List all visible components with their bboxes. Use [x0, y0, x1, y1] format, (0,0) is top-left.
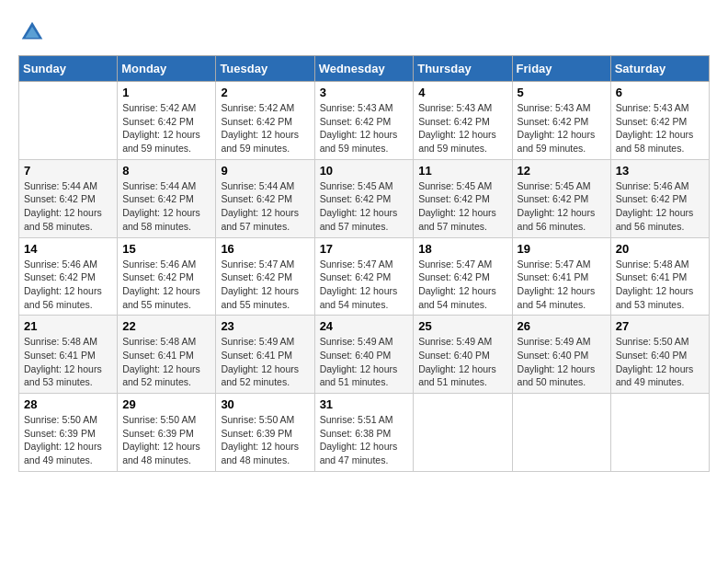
column-header-thursday: Thursday [414, 56, 512, 82]
day-info: Sunrise: 5:50 AMSunset: 6:39 PMDaylight:… [221, 413, 309, 467]
day-number: 12 [518, 164, 606, 178]
calendar-cell [512, 394, 610, 472]
day-number: 8 [122, 164, 210, 178]
calendar-cell: 21Sunrise: 5:48 AMSunset: 6:41 PMDayligh… [19, 316, 118, 394]
day-info: Sunrise: 5:43 AMSunset: 6:42 PMDaylight:… [320, 101, 409, 155]
day-info: Sunrise: 5:47 AMSunset: 6:41 PMDaylight:… [518, 258, 606, 312]
calendar-week-row: 1Sunrise: 5:42 AMSunset: 6:42 PMDaylight… [19, 82, 710, 160]
day-number: 27 [616, 319, 704, 333]
column-header-sunday: Sunday [19, 56, 118, 82]
calendar-cell: 19Sunrise: 5:47 AMSunset: 6:41 PMDayligh… [512, 237, 610, 316]
day-number: 28 [24, 397, 112, 411]
day-info: Sunrise: 5:43 AMSunset: 6:42 PMDaylight:… [518, 101, 606, 155]
day-number: 30 [221, 397, 309, 411]
calendar-cell: 16Sunrise: 5:47 AMSunset: 6:42 PMDayligh… [216, 237, 314, 316]
calendar-cell: 18Sunrise: 5:47 AMSunset: 6:42 PMDayligh… [414, 237, 512, 316]
day-info: Sunrise: 5:50 AMSunset: 6:39 PMDaylight:… [122, 413, 210, 467]
day-info: Sunrise: 5:49 AMSunset: 6:40 PMDaylight:… [320, 335, 409, 389]
day-info: Sunrise: 5:44 AMSunset: 6:42 PMDaylight:… [221, 179, 309, 234]
calendar-cell: 30Sunrise: 5:50 AMSunset: 6:39 PMDayligh… [216, 394, 314, 472]
calendar-week-row: 7Sunrise: 5:44 AMSunset: 6:42 PMDaylight… [19, 159, 710, 237]
day-info: Sunrise: 5:45 AMSunset: 6:42 PMDaylight:… [418, 179, 506, 234]
calendar-cell: 28Sunrise: 5:50 AMSunset: 6:39 PMDayligh… [19, 394, 118, 472]
day-info: Sunrise: 5:42 AMSunset: 6:42 PMDaylight:… [122, 101, 210, 155]
day-info: Sunrise: 5:44 AMSunset: 6:42 PMDaylight:… [122, 179, 210, 234]
column-header-monday: Monday [118, 56, 216, 82]
calendar-cell: 11Sunrise: 5:45 AMSunset: 6:42 PMDayligh… [414, 159, 512, 237]
calendar-cell: 31Sunrise: 5:51 AMSunset: 6:38 PMDayligh… [314, 394, 414, 472]
day-number: 16 [221, 242, 309, 256]
day-number: 15 [122, 242, 210, 256]
calendar-cell: 9Sunrise: 5:44 AMSunset: 6:42 PMDaylight… [216, 159, 314, 237]
calendar-cell: 23Sunrise: 5:49 AMSunset: 6:41 PMDayligh… [216, 316, 314, 394]
column-header-tuesday: Tuesday [216, 56, 314, 82]
calendar-cell: 6Sunrise: 5:43 AMSunset: 6:42 PMDaylight… [610, 82, 709, 160]
calendar-cell: 14Sunrise: 5:46 AMSunset: 6:42 PMDayligh… [19, 237, 118, 316]
day-info: Sunrise: 5:46 AMSunset: 6:42 PMDaylight:… [24, 258, 112, 312]
calendar-cell: 4Sunrise: 5:43 AMSunset: 6:42 PMDaylight… [414, 82, 512, 160]
day-number: 6 [616, 86, 704, 99]
calendar-cell: 2Sunrise: 5:42 AMSunset: 6:42 PMDaylight… [216, 82, 314, 160]
day-number: 25 [418, 319, 506, 333]
column-header-friday: Friday [512, 56, 610, 82]
day-number: 22 [122, 319, 210, 333]
calendar-cell: 22Sunrise: 5:48 AMSunset: 6:41 PMDayligh… [118, 316, 216, 394]
day-info: Sunrise: 5:48 AMSunset: 6:41 PMDaylight:… [24, 335, 112, 389]
day-info: Sunrise: 5:50 AMSunset: 6:40 PMDaylight:… [616, 335, 704, 389]
day-info: Sunrise: 5:46 AMSunset: 6:42 PMDaylight:… [122, 258, 210, 312]
day-info: Sunrise: 5:47 AMSunset: 6:42 PMDaylight:… [418, 258, 506, 312]
calendar-cell: 25Sunrise: 5:49 AMSunset: 6:40 PMDayligh… [414, 316, 512, 394]
calendar-cell: 3Sunrise: 5:43 AMSunset: 6:42 PMDaylight… [314, 82, 414, 160]
day-number: 4 [418, 86, 506, 99]
day-info: Sunrise: 5:47 AMSunset: 6:42 PMDaylight:… [320, 258, 409, 312]
calendar-cell: 15Sunrise: 5:46 AMSunset: 6:42 PMDayligh… [118, 237, 216, 316]
calendar-week-row: 14Sunrise: 5:46 AMSunset: 6:42 PMDayligh… [19, 237, 710, 316]
calendar-cell: 10Sunrise: 5:45 AMSunset: 6:42 PMDayligh… [314, 159, 414, 237]
day-info: Sunrise: 5:48 AMSunset: 6:41 PMDaylight:… [122, 335, 210, 389]
day-number: 11 [418, 164, 506, 178]
day-number: 29 [122, 397, 210, 411]
day-number: 9 [221, 164, 309, 178]
calendar-cell: 12Sunrise: 5:45 AMSunset: 6:42 PMDayligh… [512, 159, 610, 237]
day-number: 24 [320, 319, 409, 333]
day-info: Sunrise: 5:50 AMSunset: 6:39 PMDaylight:… [24, 413, 112, 467]
day-number: 14 [24, 242, 112, 256]
column-header-saturday: Saturday [610, 56, 709, 82]
calendar-cell: 13Sunrise: 5:46 AMSunset: 6:42 PMDayligh… [610, 159, 709, 237]
day-info: Sunrise: 5:49 AMSunset: 6:40 PMDaylight:… [518, 335, 606, 389]
day-info: Sunrise: 5:51 AMSunset: 6:38 PMDaylight:… [320, 413, 409, 467]
calendar-cell: 1Sunrise: 5:42 AMSunset: 6:42 PMDaylight… [118, 82, 216, 160]
day-number: 19 [518, 242, 606, 256]
day-info: Sunrise: 5:42 AMSunset: 6:42 PMDaylight:… [221, 101, 309, 155]
calendar-week-row: 28Sunrise: 5:50 AMSunset: 6:39 PMDayligh… [19, 394, 710, 472]
calendar-cell: 26Sunrise: 5:49 AMSunset: 6:40 PMDayligh… [512, 316, 610, 394]
day-number: 23 [221, 319, 309, 333]
calendar-cell [610, 394, 709, 472]
day-number: 5 [518, 86, 606, 99]
day-info: Sunrise: 5:45 AMSunset: 6:42 PMDaylight:… [320, 179, 409, 234]
calendar-cell: 29Sunrise: 5:50 AMSunset: 6:39 PMDayligh… [118, 394, 216, 472]
day-number: 2 [221, 86, 309, 99]
calendar-cell: 17Sunrise: 5:47 AMSunset: 6:42 PMDayligh… [314, 237, 414, 316]
calendar-cell: 8Sunrise: 5:44 AMSunset: 6:42 PMDaylight… [118, 159, 216, 237]
calendar-cell: 20Sunrise: 5:48 AMSunset: 6:41 PMDayligh… [610, 237, 709, 316]
day-info: Sunrise: 5:49 AMSunset: 6:41 PMDaylight:… [221, 335, 309, 389]
calendar-cell [414, 394, 512, 472]
day-info: Sunrise: 5:48 AMSunset: 6:41 PMDaylight:… [616, 258, 704, 312]
day-number: 17 [320, 242, 409, 256]
day-number: 3 [320, 86, 409, 99]
calendar-header-row: SundayMondayTuesdayWednesdayThursdayFrid… [19, 56, 710, 82]
calendar-week-row: 21Sunrise: 5:48 AMSunset: 6:41 PMDayligh… [19, 316, 710, 394]
calendar-cell: 5Sunrise: 5:43 AMSunset: 6:42 PMDaylight… [512, 82, 610, 160]
day-number: 1 [122, 86, 210, 99]
day-info: Sunrise: 5:43 AMSunset: 6:42 PMDaylight:… [616, 101, 704, 155]
day-info: Sunrise: 5:49 AMSunset: 6:40 PMDaylight:… [418, 335, 506, 389]
day-number: 21 [24, 319, 112, 333]
day-number: 18 [418, 242, 506, 256]
logo-icon [18, 18, 46, 46]
day-info: Sunrise: 5:47 AMSunset: 6:42 PMDaylight:… [221, 258, 309, 312]
calendar-cell: 7Sunrise: 5:44 AMSunset: 6:42 PMDaylight… [19, 159, 118, 237]
day-number: 31 [320, 397, 409, 411]
day-info: Sunrise: 5:44 AMSunset: 6:42 PMDaylight:… [24, 179, 112, 234]
calendar-cell: 24Sunrise: 5:49 AMSunset: 6:40 PMDayligh… [314, 316, 414, 394]
